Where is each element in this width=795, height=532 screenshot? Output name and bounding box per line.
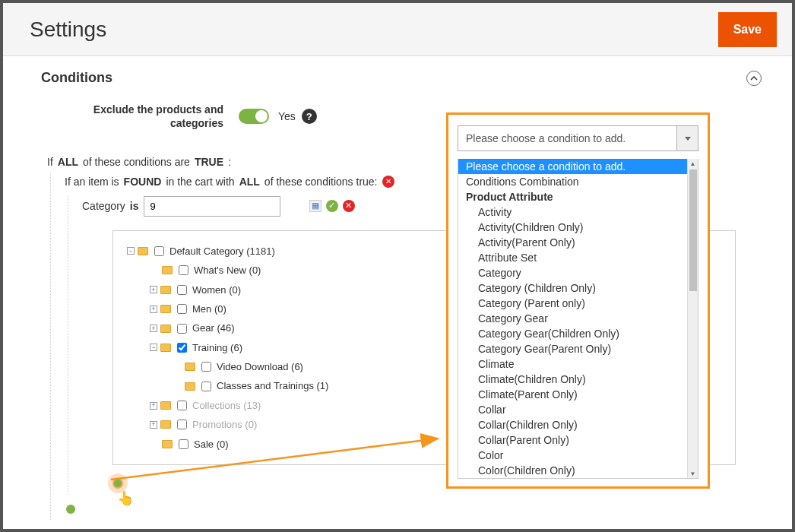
dropdown-option[interactable]: Color(Children Only) bbox=[458, 463, 693, 478]
condition-value-input[interactable] bbox=[144, 196, 280, 217]
expand-node-icon[interactable]: + bbox=[150, 325, 157, 332]
dropdown-option[interactable]: Category bbox=[458, 265, 693, 280]
folder-icon bbox=[185, 363, 195, 371]
category-checkbox[interactable] bbox=[177, 285, 187, 295]
category-checkbox[interactable] bbox=[177, 304, 187, 314]
category-checkbox[interactable] bbox=[177, 401, 187, 410]
condition-select[interactable]: Please choose a condition to add. bbox=[458, 125, 698, 151]
dropdown-option: Product Attribute bbox=[458, 189, 693, 204]
section-title: Conditions bbox=[41, 70, 112, 86]
dropdown-option[interactable]: Activity(Parent Only) bbox=[458, 235, 693, 250]
dropdown-option[interactable]: Please choose a condition to add. bbox=[458, 159, 693, 174]
chooser-icon[interactable]: ▦ bbox=[309, 200, 321, 212]
dropdown-option[interactable]: Category (Parent only) bbox=[458, 296, 693, 311]
category-label[interactable]: Promotions (0) bbox=[192, 416, 257, 433]
exclude-label: Exclude the products and categories bbox=[64, 103, 223, 130]
exclude-value-text: Yes bbox=[278, 110, 296, 122]
category-checkbox[interactable] bbox=[177, 324, 187, 334]
dropdown-option[interactable]: Climate(Children Only) bbox=[458, 372, 693, 387]
folder-icon bbox=[162, 266, 173, 274]
category-checkbox[interactable] bbox=[201, 382, 211, 391]
aggregator-all[interactable]: ALL bbox=[58, 153, 78, 172]
category-checkbox[interactable] bbox=[177, 343, 187, 353]
dropdown-option[interactable]: Collar bbox=[458, 402, 693, 417]
apply-icon[interactable]: ✓ bbox=[326, 200, 338, 212]
operator-is[interactable]: is bbox=[130, 197, 139, 216]
folder-icon bbox=[160, 325, 171, 333]
dropdown-option[interactable]: Activity(Children Only) bbox=[458, 220, 693, 235]
folder-icon bbox=[160, 305, 171, 313]
dropdown-option[interactable]: Category Gear(Children Only) bbox=[458, 326, 693, 341]
folder-icon bbox=[160, 344, 171, 352]
save-button[interactable]: Save bbox=[718, 12, 777, 47]
dropdown-option[interactable]: Climate bbox=[458, 356, 693, 372]
expand-node-icon[interactable]: + bbox=[150, 286, 157, 293]
folder-icon bbox=[160, 286, 171, 294]
category-label[interactable]: Women (0) bbox=[192, 281, 241, 299]
dropdown-option[interactable]: Collar(Children Only) bbox=[458, 417, 693, 432]
dropdown-option[interactable]: Category Gear(Parent Only) bbox=[458, 341, 693, 356]
category-checkbox[interactable] bbox=[201, 362, 211, 372]
add-condition-button[interactable] bbox=[112, 478, 123, 489]
page-title: Settings bbox=[30, 17, 106, 42]
chevron-down-icon[interactable] bbox=[676, 126, 698, 150]
condition-select-text: Please choose a condition to add. bbox=[458, 126, 676, 150]
collapse-section-icon[interactable] bbox=[746, 71, 762, 86]
operator-found[interactable]: FOUND bbox=[124, 173, 162, 192]
category-checkbox[interactable] bbox=[179, 265, 188, 275]
category-checkbox[interactable] bbox=[154, 246, 164, 256]
dropdown-option[interactable]: Category Gear bbox=[458, 311, 693, 326]
help-icon[interactable]: ? bbox=[302, 109, 317, 124]
dropdown-option[interactable]: Attribute Set bbox=[458, 250, 693, 265]
collapse-node-icon[interactable]: − bbox=[150, 344, 157, 351]
add-condition-button-outer[interactable] bbox=[66, 505, 75, 514]
attr-label[interactable]: Category bbox=[82, 197, 125, 216]
dropdown-option[interactable]: Conditions Combination bbox=[458, 174, 693, 189]
expand-node-icon[interactable]: + bbox=[150, 402, 157, 410]
expand-node-icon[interactable]: + bbox=[150, 421, 157, 429]
category-label[interactable]: Collections (13) bbox=[192, 397, 261, 414]
exclude-toggle[interactable] bbox=[239, 109, 269, 124]
condition-options-list[interactable]: Please choose a condition to add.Conditi… bbox=[458, 159, 698, 478]
dropdown-option[interactable]: Climate(Parent Only) bbox=[458, 387, 693, 402]
category-checkbox[interactable] bbox=[177, 420, 187, 429]
folder-icon bbox=[160, 420, 171, 429]
dropdown-option[interactable]: Category (Children Only) bbox=[458, 280, 693, 296]
folder-icon bbox=[185, 382, 195, 391]
category-label[interactable]: Default Category (1181) bbox=[169, 242, 275, 260]
condition-dropdown-panel: Please choose a condition to add. Please… bbox=[446, 112, 710, 489]
category-checkbox[interactable] bbox=[179, 439, 188, 449]
folder-icon bbox=[162, 440, 173, 448]
dropdown-option[interactable]: Activity bbox=[458, 204, 693, 220]
collapse-node-icon[interactable]: − bbox=[127, 247, 135, 255]
category-label[interactable]: Training (6) bbox=[192, 339, 242, 356]
page-header: Settings Save bbox=[3, 3, 792, 56]
dropdown-option[interactable]: Collar(Parent Only) bbox=[458, 432, 693, 448]
dropdown-scrollbar[interactable]: ▲ ▼ bbox=[687, 159, 698, 478]
expand-node-icon[interactable]: + bbox=[150, 306, 157, 313]
category-label[interactable]: Sale (0) bbox=[194, 435, 229, 453]
cancel-icon[interactable]: ✕ bbox=[343, 200, 355, 212]
category-label[interactable]: Men (0) bbox=[192, 300, 226, 318]
value-true[interactable]: TRUE bbox=[195, 153, 223, 172]
folder-icon bbox=[160, 401, 171, 410]
aggregator-all-sub[interactable]: ALL bbox=[239, 173, 260, 192]
category-label[interactable]: What's New (0) bbox=[194, 261, 261, 279]
category-label[interactable]: Video Download (6) bbox=[217, 358, 303, 375]
category-label[interactable]: Gear (46) bbox=[192, 319, 235, 337]
folder-icon bbox=[138, 247, 148, 255]
dropdown-option[interactable]: Color bbox=[458, 448, 693, 463]
category-label[interactable]: Classes and Trainings (1) bbox=[217, 377, 328, 394]
remove-condition-icon[interactable]: ✕ bbox=[382, 176, 394, 188]
